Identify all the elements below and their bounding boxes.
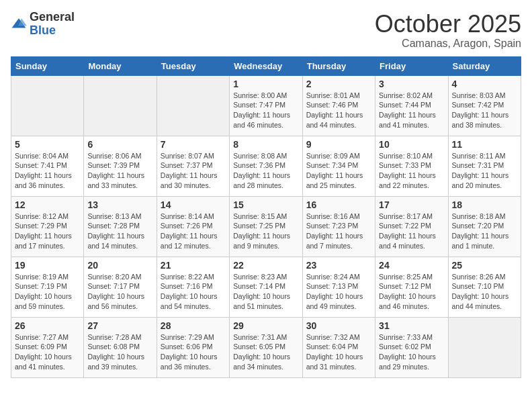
calendar-day-cell: 12Sunrise: 8:12 AMSunset: 7:29 PMDayligh… xyxy=(11,196,84,257)
day-info: Sunrise: 8:12 AMSunset: 7:29 PMDaylight:… xyxy=(15,212,80,251)
calendar-day-cell: 10Sunrise: 8:10 AMSunset: 7:33 PMDayligh… xyxy=(375,136,448,196)
calendar-day-cell xyxy=(448,317,521,377)
calendar-day-cell: 5Sunrise: 8:04 AMSunset: 7:41 PMDaylight… xyxy=(11,136,84,196)
calendar-day-cell: 23Sunrise: 8:24 AMSunset: 7:13 PMDayligh… xyxy=(302,257,375,317)
day-number: 24 xyxy=(379,260,444,271)
calendar-day-cell: 2Sunrise: 8:01 AMSunset: 7:46 PMDaylight… xyxy=(302,75,375,136)
logo-icon xyxy=(11,16,27,32)
calendar-day-cell: 1Sunrise: 8:00 AMSunset: 7:47 PMDaylight… xyxy=(230,75,302,136)
day-info: Sunrise: 8:20 AMSunset: 7:17 PMDaylight:… xyxy=(87,272,152,312)
day-info: Sunrise: 8:08 AMSunset: 7:36 PMDaylight:… xyxy=(233,151,298,191)
calendar-day-cell xyxy=(84,75,157,136)
day-info: Sunrise: 8:13 AMSunset: 7:28 PMDaylight:… xyxy=(87,212,152,251)
day-number: 26 xyxy=(15,320,80,331)
day-info: Sunrise: 8:03 AMSunset: 7:42 PMDaylight:… xyxy=(452,91,517,130)
calendar-week-row: 19Sunrise: 8:19 AMSunset: 7:19 PMDayligh… xyxy=(11,257,521,317)
calendar-week-row: 26Sunrise: 7:27 AMSunset: 6:09 PMDayligh… xyxy=(11,317,521,377)
day-number: 23 xyxy=(306,260,371,271)
logo-blue-text: Blue xyxy=(30,24,75,38)
day-number: 8 xyxy=(233,139,298,150)
day-number: 1 xyxy=(233,79,298,89)
day-number: 5 xyxy=(15,139,80,150)
weekday-header: Sunday xyxy=(11,56,84,75)
day-number: 19 xyxy=(15,260,80,271)
weekday-header: Friday xyxy=(375,56,448,75)
calendar-week-row: 12Sunrise: 8:12 AMSunset: 7:29 PMDayligh… xyxy=(11,196,521,257)
day-number: 18 xyxy=(452,199,517,210)
calendar-day-cell: 3Sunrise: 8:02 AMSunset: 7:44 PMDaylight… xyxy=(375,75,448,136)
weekday-header: Monday xyxy=(84,56,157,75)
day-number: 15 xyxy=(233,199,298,210)
calendar-day-cell: 29Sunrise: 7:31 AMSunset: 6:05 PMDayligh… xyxy=(230,317,302,377)
day-number: 4 xyxy=(452,79,517,89)
day-number: 9 xyxy=(306,139,371,150)
day-info: Sunrise: 8:23 AMSunset: 7:14 PMDaylight:… xyxy=(233,272,298,312)
day-info: Sunrise: 8:18 AMSunset: 7:20 PMDaylight:… xyxy=(452,212,517,251)
calendar-day-cell: 24Sunrise: 8:25 AMSunset: 7:12 PMDayligh… xyxy=(375,257,448,317)
calendar-day-cell xyxy=(157,75,229,136)
day-number: 29 xyxy=(233,320,298,331)
page-header: General Blue October 2025 Camanas, Arago… xyxy=(11,11,521,50)
day-number: 10 xyxy=(379,139,444,150)
calendar-day-cell: 7Sunrise: 8:07 AMSunset: 7:37 PMDaylight… xyxy=(157,136,229,196)
calendar-day-cell: 6Sunrise: 8:06 AMSunset: 7:39 PMDaylight… xyxy=(84,136,157,196)
day-info: Sunrise: 7:28 AMSunset: 6:08 PMDaylight:… xyxy=(87,332,152,372)
calendar-day-cell: 18Sunrise: 8:18 AMSunset: 7:20 PMDayligh… xyxy=(448,196,521,257)
day-number: 25 xyxy=(452,260,517,271)
calendar-title: October 2025 xyxy=(375,11,521,38)
calendar-day-cell xyxy=(11,75,84,136)
weekday-row: SundayMondayTuesdayWednesdayThursdayFrid… xyxy=(11,56,521,75)
day-number: 13 xyxy=(87,199,152,210)
day-info: Sunrise: 8:15 AMSunset: 7:25 PMDaylight:… xyxy=(233,212,298,251)
logo-general-text: General xyxy=(30,11,75,24)
calendar-day-cell: 9Sunrise: 8:09 AMSunset: 7:34 PMDaylight… xyxy=(302,136,375,196)
calendar-day-cell: 28Sunrise: 7:29 AMSunset: 6:06 PMDayligh… xyxy=(157,317,229,377)
day-info: Sunrise: 8:24 AMSunset: 7:13 PMDaylight:… xyxy=(306,272,371,312)
calendar-day-cell: 4Sunrise: 8:03 AMSunset: 7:42 PMDaylight… xyxy=(448,75,521,136)
calendar-day-cell: 19Sunrise: 8:19 AMSunset: 7:19 PMDayligh… xyxy=(11,257,84,317)
calendar-header: SundayMondayTuesdayWednesdayThursdayFrid… xyxy=(11,56,521,75)
day-number: 3 xyxy=(379,79,444,89)
day-info: Sunrise: 8:10 AMSunset: 7:33 PMDaylight:… xyxy=(379,151,444,191)
day-number: 30 xyxy=(306,320,371,331)
day-number: 21 xyxy=(161,260,226,271)
weekday-header: Tuesday xyxy=(157,56,229,75)
day-number: 16 xyxy=(306,199,371,210)
calendar-day-cell: 14Sunrise: 8:14 AMSunset: 7:26 PMDayligh… xyxy=(157,196,229,257)
day-number: 20 xyxy=(87,260,152,271)
day-info: Sunrise: 8:25 AMSunset: 7:12 PMDaylight:… xyxy=(379,272,444,312)
calendar-day-cell: 11Sunrise: 8:11 AMSunset: 7:31 PMDayligh… xyxy=(448,136,521,196)
day-number: 2 xyxy=(306,79,371,89)
calendar-day-cell: 25Sunrise: 8:26 AMSunset: 7:10 PMDayligh… xyxy=(448,257,521,317)
day-number: 17 xyxy=(379,199,444,210)
day-info: Sunrise: 8:04 AMSunset: 7:41 PMDaylight:… xyxy=(15,151,80,191)
day-info: Sunrise: 8:26 AMSunset: 7:10 PMDaylight:… xyxy=(452,272,517,312)
day-info: Sunrise: 8:06 AMSunset: 7:39 PMDaylight:… xyxy=(87,151,152,191)
day-info: Sunrise: 8:09 AMSunset: 7:34 PMDaylight:… xyxy=(306,151,371,191)
calendar-day-cell: 8Sunrise: 8:08 AMSunset: 7:36 PMDaylight… xyxy=(230,136,302,196)
weekday-header: Saturday xyxy=(448,56,521,75)
calendar-day-cell: 15Sunrise: 8:15 AMSunset: 7:25 PMDayligh… xyxy=(230,196,302,257)
logo: General Blue xyxy=(11,11,75,38)
calendar-day-cell: 22Sunrise: 8:23 AMSunset: 7:14 PMDayligh… xyxy=(230,257,302,317)
calendar-day-cell: 27Sunrise: 7:28 AMSunset: 6:08 PMDayligh… xyxy=(84,317,157,377)
day-number: 27 xyxy=(87,320,152,331)
day-info: Sunrise: 7:32 AMSunset: 6:04 PMDaylight:… xyxy=(306,332,371,372)
calendar-day-cell: 26Sunrise: 7:27 AMSunset: 6:09 PMDayligh… xyxy=(11,317,84,377)
day-info: Sunrise: 8:14 AMSunset: 7:26 PMDaylight:… xyxy=(161,212,226,251)
day-number: 6 xyxy=(87,139,152,150)
calendar-subtitle: Camanas, Aragon, Spain xyxy=(375,38,521,50)
day-info: Sunrise: 7:31 AMSunset: 6:05 PMDaylight:… xyxy=(233,332,298,372)
day-number: 28 xyxy=(161,320,226,331)
calendar-week-row: 1Sunrise: 8:00 AMSunset: 7:47 PMDaylight… xyxy=(11,75,521,136)
weekday-header: Thursday xyxy=(302,56,375,75)
weekday-header: Wednesday xyxy=(230,56,302,75)
day-info: Sunrise: 8:19 AMSunset: 7:19 PMDaylight:… xyxy=(15,272,80,312)
calendar-day-cell: 13Sunrise: 8:13 AMSunset: 7:28 PMDayligh… xyxy=(84,196,157,257)
day-number: 11 xyxy=(452,139,517,150)
calendar-day-cell: 30Sunrise: 7:32 AMSunset: 6:04 PMDayligh… xyxy=(302,317,375,377)
title-block: October 2025 Camanas, Aragon, Spain xyxy=(375,11,521,50)
day-info: Sunrise: 7:33 AMSunset: 6:02 PMDaylight:… xyxy=(379,332,444,372)
calendar-day-cell: 21Sunrise: 8:22 AMSunset: 7:16 PMDayligh… xyxy=(157,257,229,317)
day-number: 12 xyxy=(15,199,80,210)
